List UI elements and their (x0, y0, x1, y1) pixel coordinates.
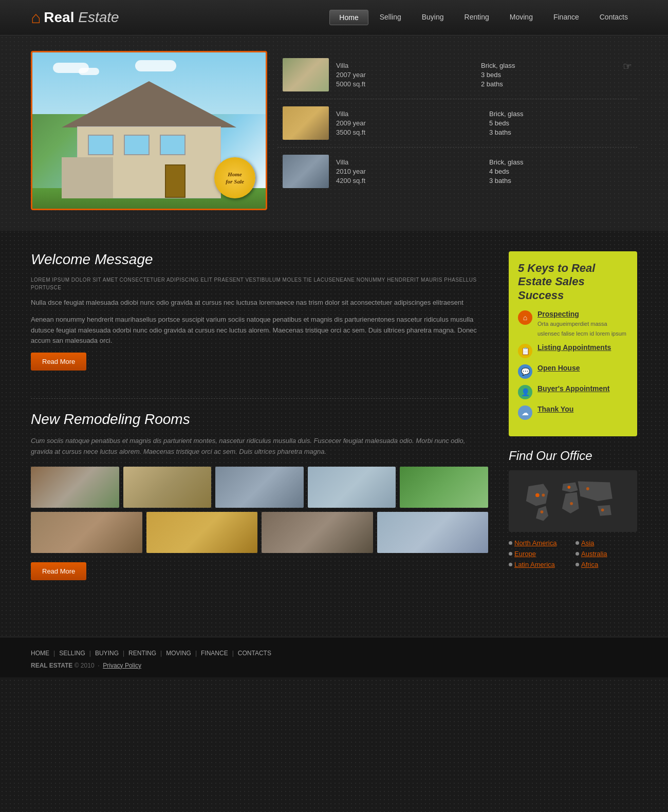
footer-sep-5: | (195, 650, 197, 657)
loc-bullet-na (509, 541, 512, 545)
footer-copyright: REAL ESTATE © 2010 · Privacy Policy (31, 662, 637, 669)
loc-latin-america[interactable]: Latin America (509, 561, 570, 568)
loc-asia[interactable]: Asia (576, 539, 637, 547)
photo-thumb-4[interactable] (308, 467, 396, 508)
footer-sep-6: | (232, 650, 234, 657)
photo-thumb-2[interactable] (123, 467, 212, 508)
footer-nav-selling[interactable]: SELLING (59, 650, 85, 657)
footer-nav-renting[interactable]: RENTING (128, 650, 156, 657)
photo-thumb-6[interactable] (31, 512, 142, 553)
house-door (165, 164, 185, 198)
footer-nav-moving[interactable]: MOVING (166, 650, 191, 657)
footer-nav-contacts[interactable]: CONTACTS (238, 650, 271, 657)
main-right-column: 5 Keys to Real Estate Sales Success ⌂ Pr… (509, 251, 637, 596)
footer-sep-4: | (160, 650, 162, 657)
photo-thumb-5[interactable] (400, 467, 488, 508)
key-content-prospecting: Prospecting Orta augueimperdiet massa us… (537, 310, 628, 338)
photo-grid-row2 (31, 512, 488, 553)
window2 (124, 135, 150, 155)
nav-moving[interactable]: Moving (500, 10, 542, 25)
nav-buying[interactable]: Buying (413, 10, 453, 25)
property-item-1[interactable]: Villa Brick, glass 2007 year 3 beds 5000… (277, 51, 637, 99)
nav-selling[interactable]: Selling (370, 10, 411, 25)
key-content-listing: Listing Appointments (537, 344, 611, 352)
property-list: Villa Brick, glass 2007 year 3 beds 5000… (277, 51, 637, 195)
keys-box: 5 Keys to Real Estate Sales Success ⌂ Pr… (509, 251, 637, 436)
prop-type-3: Villa (336, 158, 479, 166)
logo-estate: Estate (78, 9, 119, 25)
window3 (160, 135, 185, 155)
key-link-prospecting[interactable]: Prospecting (537, 310, 628, 318)
property-info-3: Villa Brick, glass 2010 year 4 beds 4200… (336, 158, 632, 184)
loc-europe[interactable]: Europe (509, 550, 570, 558)
house-roof (62, 81, 236, 127)
badge-line2: for Sale (226, 178, 244, 185)
key-icon-prospecting: ⌂ (518, 310, 532, 325)
loc-label-europe: Europe (514, 550, 536, 558)
cursor-icon-1: ☞ (623, 60, 632, 72)
loc-bullet-asia (576, 541, 579, 545)
remodeling-text: Cum sociis natoque penatibus et magnis d… (31, 436, 488, 457)
footer: HOME | SELLING | BUYING | RENTING | MOVI… (0, 637, 668, 677)
prop-beds-1: 3 beds (481, 71, 616, 79)
welcome-title: Welcome Message (31, 251, 488, 268)
footer-brand: REAL ESTATE (31, 662, 72, 669)
key-link-listing[interactable]: Listing Appointments (537, 344, 611, 351)
loc-label-la: Latin America (514, 561, 555, 568)
prop-year-2: 2009 year (336, 119, 479, 127)
home-for-sale-badge: Home for Sale (214, 157, 255, 198)
office-locations: North America Asia Europe Australia Lati… (509, 539, 637, 568)
photo-thumb-7[interactable] (146, 512, 258, 553)
prop-beds-2: 5 beds (489, 119, 632, 127)
world-map-svg (515, 476, 631, 526)
footer-privacy-link[interactable]: Privacy Policy (103, 662, 141, 669)
welcome-intro-upper: LOREM IPSUM DOLOR SIT AMET CONSECTETUER … (31, 276, 488, 291)
remodeling-title: New Remodeling Rooms (31, 411, 488, 428)
loc-label-australia: Australia (581, 550, 607, 558)
key-icon-buyer: 👤 (518, 385, 532, 399)
nav-renting[interactable]: Renting (455, 10, 498, 25)
nav-finance[interactable]: Finance (544, 10, 588, 25)
photo-thumb-9[interactable] (377, 512, 489, 553)
key-link-thankyou[interactable]: Thank You (537, 405, 573, 413)
property-item-2[interactable]: Villa Brick, glass 2009 year 5 beds 3500… (277, 99, 637, 147)
key-link-openhouse[interactable]: Open House (537, 364, 580, 372)
footer-nav-buying[interactable]: BUYING (95, 650, 119, 657)
cloud3 (135, 60, 176, 71)
photo-grid-row1 (31, 467, 488, 508)
prop-baths-3: 3 baths (489, 177, 632, 184)
property-image-1 (283, 58, 329, 91)
photo-thumb-8[interactable] (262, 512, 373, 553)
cloud2 (79, 68, 99, 75)
loc-africa[interactable]: Africa (576, 561, 637, 568)
key-content-thankyou: Thank You (537, 405, 573, 414)
property-item-3[interactable]: Villa Brick, glass 2010 year 4 beds 4200… (277, 147, 637, 195)
house-garage (62, 157, 113, 198)
loc-bullet-la (509, 563, 512, 566)
remodeling-read-more-button[interactable]: Read More (31, 562, 86, 580)
svg-point-1 (542, 494, 545, 497)
loc-label-na: North America (514, 539, 556, 547)
welcome-read-more-button[interactable]: Read More (31, 353, 86, 371)
footer-nav-home[interactable]: HOME (31, 650, 49, 657)
loc-north-america[interactable]: North America (509, 539, 570, 547)
photo-thumb-3[interactable] (215, 467, 304, 508)
nav-contacts[interactable]: Contacts (590, 10, 637, 25)
loc-bullet-europe (509, 552, 512, 556)
key-item-buyer: 👤 Buyer's Appointment (518, 385, 628, 399)
nav-home[interactable]: Home (329, 10, 368, 25)
loc-australia[interactable]: Australia (576, 550, 637, 558)
prop-sqft-1: 5000 sq.ft (336, 80, 471, 88)
logo-real: Real (44, 9, 74, 25)
property-image-3 (283, 155, 329, 188)
prop-beds-3: 4 beds (489, 168, 632, 175)
main-content: Welcome Message LOREM IPSUM DOLOR SIT AM… (0, 231, 668, 616)
photo-thumb-1[interactable] (31, 467, 119, 508)
key-item-listing: 📋 Listing Appointments (518, 344, 628, 358)
footer-nav-finance[interactable]: FINANCE (201, 650, 228, 657)
key-content-buyer: Buyer's Appointment (537, 385, 610, 393)
svg-point-2 (567, 486, 570, 489)
property-thumb-3 (283, 155, 329, 188)
key-link-buyer[interactable]: Buyer's Appointment (537, 385, 610, 392)
prop-year-1: 2007 year (336, 71, 471, 79)
